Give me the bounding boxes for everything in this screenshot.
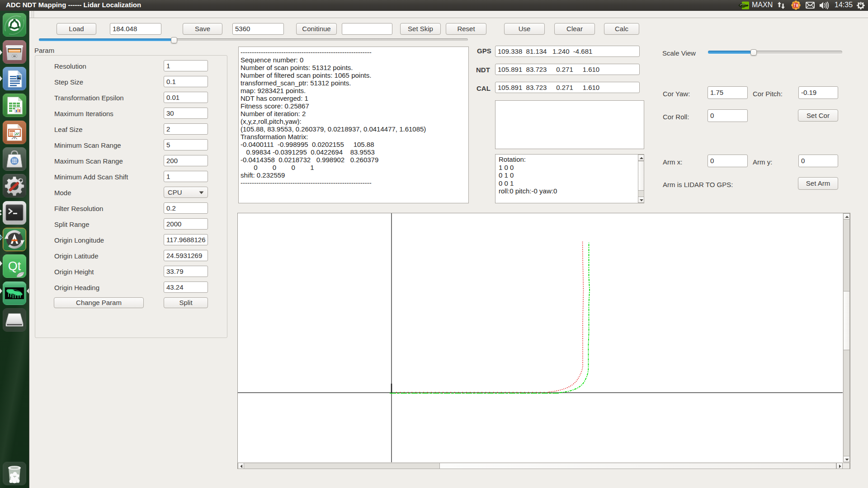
svg-text:Qt: Qt <box>8 259 21 273</box>
